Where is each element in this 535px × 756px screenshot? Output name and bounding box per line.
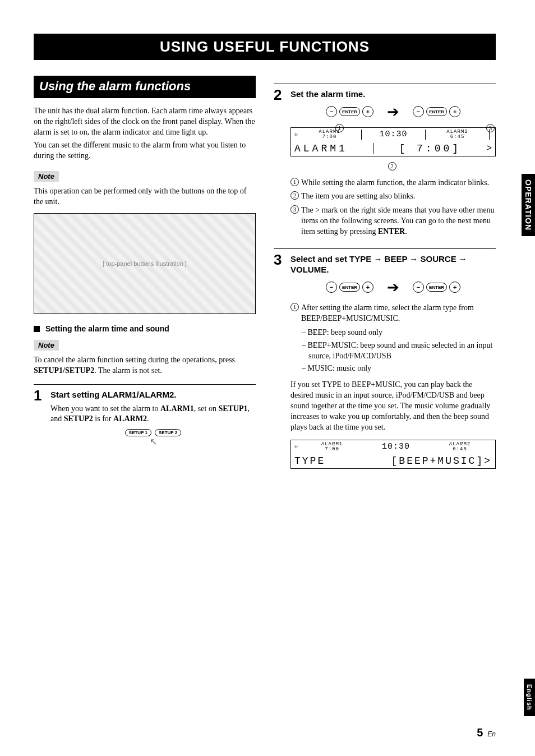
arrow-right-icon: ➔ [387,103,399,121]
setup-buttons-figure: SETUP 1 SETUP 2 [50,429,256,436]
plus-button-icon: + [362,106,373,117]
enter-button-icon: ENTER [339,283,360,292]
note-label-2: Note [34,340,59,351]
note-text-2: To cancel the alarm function setting dur… [34,355,256,376]
lcd-alarm2-block: ALARM2 6:45 [428,130,487,140]
step-2-controls-figure: − ENTER + ➔ − ENTER + [290,103,496,121]
step-1-body: When you want to set the alarm to ALARM1… [50,404,256,425]
sublist-music: – MUSIC: music only [302,363,496,374]
right-column: 2 Set the alarm time. − ENTER + ➔ − ENTE… [274,76,496,474]
minus-button-icon: − [413,282,424,293]
left-column: Using the alarm functions The unit has t… [34,76,256,474]
side-tab-operation: OPERATION [522,174,535,236]
subsection-title: Setting the alarm time and sound [45,324,169,333]
page-number-value: 5 [477,726,483,739]
callout-text-2: The item you are setting also blinks. [301,191,496,202]
step-2-rule [274,84,496,84]
sublist-beep: – BEEP: beep sound only [302,328,496,338]
step-2-heading: Set the alarm time. [290,89,496,100]
lcd-alarm1-block: ALARM1 7:00 [300,130,359,140]
lcd-display-1: ☼ ALARM1 7:00 10:30 ALARM2 6:45 [290,127,496,156]
lcd-alarm1-block: ALARM1 7:00 [300,442,364,452]
callout-text-1: After setting the alarm time, select the… [301,303,496,324]
plus-button-icon: + [449,106,460,117]
callout-num-2: 2 [290,191,299,200]
callout-marker-1: 1 [335,124,344,132]
callout-text-1: While setting the alarm function, the al… [301,178,496,188]
lcd-clock: 10:30 [364,442,428,451]
unit-top-figure: [ top-panel buttons illustration ] [34,213,256,314]
callout-text-3: The > mark on the right side means that … [301,205,496,237]
step-3-rule [274,248,496,249]
intro-text-1: The unit has the dual alarm function. Ea… [34,106,256,138]
note-text-1: This operation can be performed only wit… [34,186,256,208]
lcd-main-left: ALARM1 [294,143,348,154]
minus-enter-plus-group-2: − ENTER + [413,106,460,117]
enter-button-icon: ENTER [426,283,447,292]
section-subtitle: Using the alarm functions [34,76,256,98]
page-banner: USING USEFUL FUNCTIONS [34,34,496,60]
step-3-number: 3 [274,252,284,474]
enter-button-icon: ENTER [426,107,447,116]
two-column-layout: Using the alarm functions The unit has t… [34,76,496,474]
sublist-beep-music: – BEEP+MUSIC: beep sound and music selec… [302,340,496,362]
figure-alt-text: [ top-panel buttons illustration ] [34,214,255,314]
intro-text-2: You can set the different music to the a… [34,140,256,162]
subsection-head: Setting the alarm time and sound [34,324,256,333]
callout-marker-3: 3 [486,124,495,132]
plus-button-icon: + [362,282,373,293]
arrow-right-icon: ➔ [387,279,399,296]
setup2-button-icon: SETUP 2 [155,429,181,436]
minus-enter-plus-group: − ENTER + [326,106,373,117]
step-2: 2 Set the alarm time. − ENTER + ➔ − ENTE… [274,87,496,241]
callout-marker-2: 2 [388,162,396,170]
minus-button-icon: − [326,106,337,117]
step-2-number: 2 [274,87,284,241]
side-tab-english: English [524,679,535,716]
step-3-paragraph: If you set TYPE to BEEP+MUSIC, you can p… [290,380,496,432]
callout-num-1: 1 [290,178,299,186]
chevron-right-icon: > [484,144,492,154]
step-1: 1 Start setting ALARM1/ALARM2. When you … [34,388,256,446]
callout-num-1: 1 [290,303,299,311]
sun-icon: ☼ [294,131,300,137]
minus-button-icon: − [326,282,337,293]
step-3-heading: Select and set TYPE → BEEP → SOURCE → VO… [290,253,496,275]
step-2-lcd-with-callouts: 1 3 ☼ ALARM1 7:00 10:30 [290,127,496,171]
step-1-rule [34,384,256,385]
sun-icon: ☼ [294,444,300,450]
step-2-callout-list: 1While setting the alarm function, the a… [290,178,496,237]
lcd-main-mid: [ 7:00] [399,143,461,154]
alarm-type-sublist: – BEEP: beep sound only – BEEP+MUSIC: be… [302,328,496,375]
step-1-number: 1 [34,388,44,446]
lcd-main-left: TYPE [294,455,325,467]
page-number-suffix: En [485,730,496,738]
lcd-display-2: ☼ ALARM1 7:00 10:30 ALARM2 6:45 TYPE [290,440,496,469]
step-3-callout-list: 1After setting the alarm time, select th… [290,303,496,324]
plus-button-icon: + [449,282,460,293]
lcd-alarm2-block: ALARM2 6:45 [428,442,492,452]
callout-num-3: 3 [290,205,299,214]
enter-button-icon: ENTER [339,107,360,116]
square-bullet-icon [34,326,40,332]
lcd-main-right: [BEEP+MUSIC]> [391,455,492,467]
minus-enter-plus-group-3: − ENTER + [326,282,373,293]
finger-pointer-icon: ↖ [50,437,256,446]
step-1-heading: Start setting ALARM1/ALARM2. [50,389,256,400]
note-label-1: Note [34,171,59,182]
intro-paragraphs: The unit has the dual alarm function. Ea… [34,106,256,161]
step-3-controls-figure: − ENTER + ➔ − ENTER + [290,279,496,296]
lcd-clock: 10:30 [364,130,423,139]
minus-button-icon: − [413,106,424,117]
setup1-button-icon: SETUP 1 [125,429,151,436]
page-number: 5 En [477,726,496,739]
step-3: 3 Select and set TYPE → BEEP → SOURCE → … [274,252,496,474]
minus-enter-plus-group-4: − ENTER + [413,282,460,293]
